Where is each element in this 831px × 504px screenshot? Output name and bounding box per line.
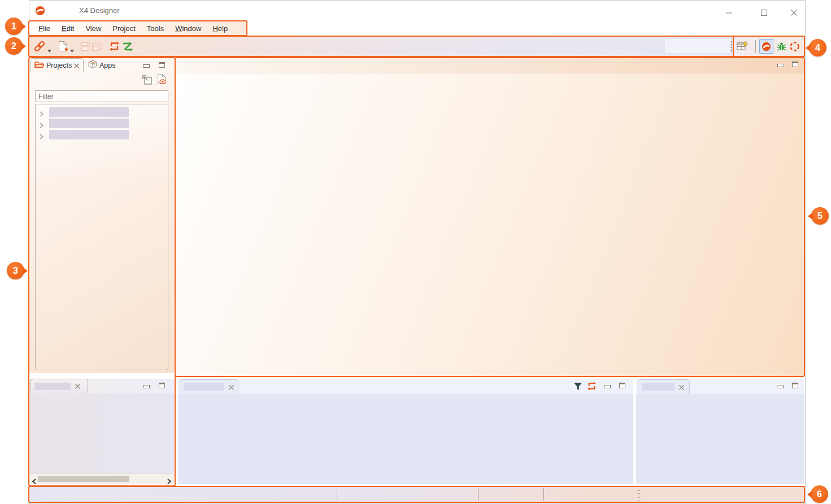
redacted-tree-label [49,130,129,139]
scrollbar-thumb[interactable] [38,476,129,482]
filter-funnel-icon[interactable] [572,382,584,392]
screenshot-stage: X4 Designer File Edit View Project Tools… [0,0,831,504]
horizontal-scrollbar[interactable] [30,474,174,484]
deploy-icon[interactable] [121,40,134,53]
tab-close-icon[interactable] [75,381,80,391]
quick-access-area[interactable] [665,39,732,53]
tab-projects-label: Projects [46,62,72,69]
link-dropdown-icon[interactable] [47,45,51,55]
panel-minimize-icon[interactable] [775,60,786,71]
save-icon[interactable] [78,40,92,53]
redacted-tree-label [49,107,129,117]
bottom-right-content [636,394,804,484]
redacted-tab-label [34,383,71,390]
window-close-button[interactable] [786,7,801,18]
debug-perspective-icon[interactable] [775,40,788,53]
panel-minimize-icon[interactable] [141,382,152,392]
tab-apps-label: Apps [99,62,116,69]
bottom-right-panel [636,379,804,484]
test-perspective-icon[interactable] [788,40,801,53]
callout-badge-6: 6 [811,485,828,503]
refresh-icon[interactable] [107,40,121,53]
tab-close-icon[interactable] [679,382,684,392]
tab-close-icon[interactable] [229,382,234,392]
status-separator [337,488,337,501]
redacted-tab-label [642,383,675,391]
callout-badge-3: 3 [7,262,24,279]
package-icon [88,60,97,71]
editor-tab-strip [176,58,804,73]
status-bar [28,486,805,503]
filter-input[interactable] [35,90,168,102]
new-file-dropdown-icon[interactable] [70,45,74,55]
redacted-tree-label [49,119,129,128]
panel-minimize-icon[interactable] [775,382,786,392]
panel-maximize-icon[interactable] [156,60,167,70]
callout-badge-5: 5 [811,207,829,225]
panel-minimize-icon[interactable] [141,61,152,71]
window-minimize-button[interactable] [721,7,736,18]
tree-item[interactable] [36,118,168,129]
panel-minimize-icon[interactable] [602,382,613,392]
tab-apps[interactable]: Apps [85,58,120,72]
bottom-left-tab[interactable] [31,379,88,393]
refresh-icon[interactable] [586,381,597,391]
scroll-right-icon[interactable] [167,476,171,487]
editor-area [175,57,805,377]
panel-maximize-icon[interactable] [616,380,628,391]
bottom-left-panel [29,379,175,484]
projects-panel: Projects Apps [29,58,175,373]
project-tree [35,104,168,370]
callout-badge-2: 2 [5,37,23,55]
menu-bar: File Edit View Project Tools Window Help [28,20,247,36]
window-title: X4 Designer [79,6,120,15]
window-titlebar: X4 Designer [29,1,804,20]
folder-icon [34,60,44,71]
panel-maximize-icon[interactable] [789,59,800,69]
tab-projects[interactable]: Projects [31,58,84,72]
tree-item[interactable] [36,129,168,141]
file-preview-icon[interactable] [156,74,167,84]
menu-tools[interactable]: Tools [141,24,169,33]
window-maximize-button[interactable] [756,7,771,18]
link-icon[interactable] [33,40,46,53]
menu-file[interactable]: File [33,24,56,33]
chevron-right-icon[interactable] [40,132,43,142]
new-file-icon[interactable] [56,40,69,53]
tree-item[interactable] [36,107,168,118]
callout-badge-4: 4 [809,39,826,56]
save-all-icon[interactable] [90,40,104,53]
app-logo-icon [35,6,45,18]
menu-window[interactable]: Window [169,24,207,33]
designer-perspective-icon[interactable] [759,39,773,54]
perspective-separator [755,40,756,52]
bottom-middle-tab[interactable] [180,379,238,394]
status-separator [543,488,544,501]
panel-maximize-icon[interactable] [156,380,167,391]
bottom-left-content [30,393,174,473]
bottom-right-tabrow [636,379,804,394]
link-with-editor-icon[interactable] [141,74,153,85]
scroll-left-icon[interactable] [32,476,36,487]
callout-badge-1: 1 [5,17,23,35]
menu-project[interactable]: Project [107,24,141,33]
menu-edit[interactable]: Edit [56,24,80,33]
toolbar-grip-handle[interactable] [730,41,732,53]
bottom-right-tab[interactable] [638,379,690,394]
menu-view[interactable]: View [80,24,107,33]
main-toolbar [28,36,805,57]
bottom-middle-panel [178,379,633,484]
redacted-tab-label [184,383,224,391]
panel-maximize-icon[interactable] [789,380,800,391]
perspective-bar [733,36,805,57]
bottom-middle-content [178,394,633,484]
tab-close-icon[interactable] [74,60,79,71]
menu-help[interactable]: Help [207,24,233,33]
status-separator [478,488,478,501]
status-grip-handle[interactable] [638,489,639,501]
bottom-middle-tabrow [178,379,633,394]
open-perspective-icon[interactable] [736,39,749,52]
